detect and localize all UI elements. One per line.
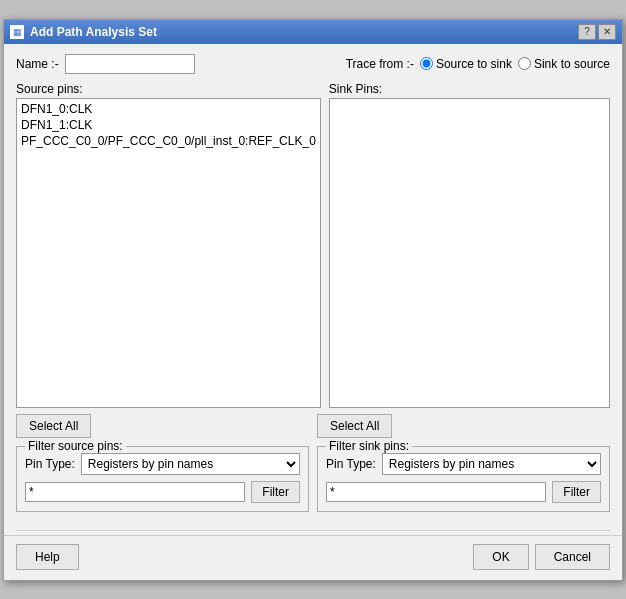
filter-sink-group: Filter sink pins: Pin Type: Registers by… [317, 446, 610, 512]
bottom-row: Help OK Cancel [4, 535, 622, 580]
filter-source-group: Filter source pins: Pin Type: Registers … [16, 446, 309, 512]
filter-source-legend: Filter source pins: [25, 439, 126, 453]
close-title-btn[interactable]: ✕ [598, 24, 616, 40]
trace-group: Trace from :- Source to sink Sink to sou… [346, 57, 610, 71]
filter-source-text-input[interactable] [25, 482, 245, 502]
select-all-row: Select All Select All [16, 414, 610, 438]
content-area: Name :- Trace from :- Source to sink Sin… [4, 44, 622, 530]
filter-source-input-row: Filter [25, 481, 300, 503]
filter-groups-row: Filter source pins: Pin Type: Registers … [16, 444, 610, 512]
cancel-button[interactable]: Cancel [535, 544, 610, 570]
bottom-left-buttons: Help [16, 544, 79, 570]
filter-source-type-row: Pin Type: Registers by pin names Ports N… [25, 453, 300, 475]
title-bar: ▦ Add Path Analysis Set ? ✕ [4, 20, 622, 44]
trace-from-label: Trace from :- [346, 57, 414, 71]
radio-source-label: Source to sink [436, 57, 512, 71]
dialog-window: ▦ Add Path Analysis Set ? ✕ Name :- Trac… [3, 19, 623, 581]
sink-panel: Sink Pins: [329, 82, 610, 408]
window-icon: ▦ [10, 25, 24, 39]
bottom-divider [16, 530, 610, 531]
source-panel: Source pins: DFN1_0:CLK DFN1_1:CLK PF_CC… [16, 82, 321, 408]
filter-sink-pin-type-select[interactable]: Registers by pin names Ports Nets Pins [382, 453, 601, 475]
list-item: DFN1_0:CLK [19, 101, 318, 117]
filter-source-container: Filter source pins: Pin Type: Registers … [16, 444, 309, 512]
ok-button[interactable]: OK [473, 544, 528, 570]
help-button[interactable]: Help [16, 544, 79, 570]
title-bar-buttons: ? ✕ [578, 24, 616, 40]
name-trace-row: Name :- Trace from :- Source to sink Sin… [16, 54, 610, 74]
title-bar-left: ▦ Add Path Analysis Set [10, 25, 157, 39]
name-label: Name :- [16, 57, 59, 71]
source-list-box[interactable]: DFN1_0:CLK DFN1_1:CLK PF_CCC_C0_0/PF_CCC… [16, 98, 321, 408]
name-input[interactable] [65, 54, 195, 74]
bottom-right-buttons: OK Cancel [473, 544, 610, 570]
list-item: PF_CCC_C0_0/PF_CCC_C0_0/pll_inst_0:REF_C… [19, 133, 318, 149]
filter-sink-input-row: Filter [326, 481, 601, 503]
source-select-all-wrapper: Select All [16, 414, 309, 438]
radio-sink-input[interactable] [518, 57, 531, 70]
filter-sink-legend: Filter sink pins: [326, 439, 412, 453]
sink-select-all-button[interactable]: Select All [317, 414, 392, 438]
sink-list-box[interactable] [329, 98, 610, 408]
window-title: Add Path Analysis Set [30, 25, 157, 39]
list-item: DFN1_1:CLK [19, 117, 318, 133]
filter-source-button[interactable]: Filter [251, 481, 300, 503]
filter-source-pin-type-select[interactable]: Registers by pin names Ports Nets Pins [81, 453, 300, 475]
filter-sink-button[interactable]: Filter [552, 481, 601, 503]
panels-row: Source pins: DFN1_0:CLK DFN1_1:CLK PF_CC… [16, 82, 610, 408]
sink-select-all-wrapper: Select All [317, 414, 610, 438]
radio-source-input[interactable] [420, 57, 433, 70]
source-select-all-button[interactable]: Select All [16, 414, 91, 438]
radio-sink-label: Sink to source [534, 57, 610, 71]
radio-sink-to-source[interactable]: Sink to source [518, 57, 610, 71]
filter-sink-type-row: Pin Type: Registers by pin names Ports N… [326, 453, 601, 475]
sink-panel-label: Sink Pins: [329, 82, 610, 96]
radio-source-to-sink[interactable]: Source to sink [420, 57, 512, 71]
filter-sink-text-input[interactable] [326, 482, 546, 502]
filter-source-pin-type-label: Pin Type: [25, 457, 75, 471]
help-title-btn[interactable]: ? [578, 24, 596, 40]
filter-sink-pin-type-label: Pin Type: [326, 457, 376, 471]
filter-sink-container: Filter sink pins: Pin Type: Registers by… [317, 444, 610, 512]
source-panel-label: Source pins: [16, 82, 321, 96]
